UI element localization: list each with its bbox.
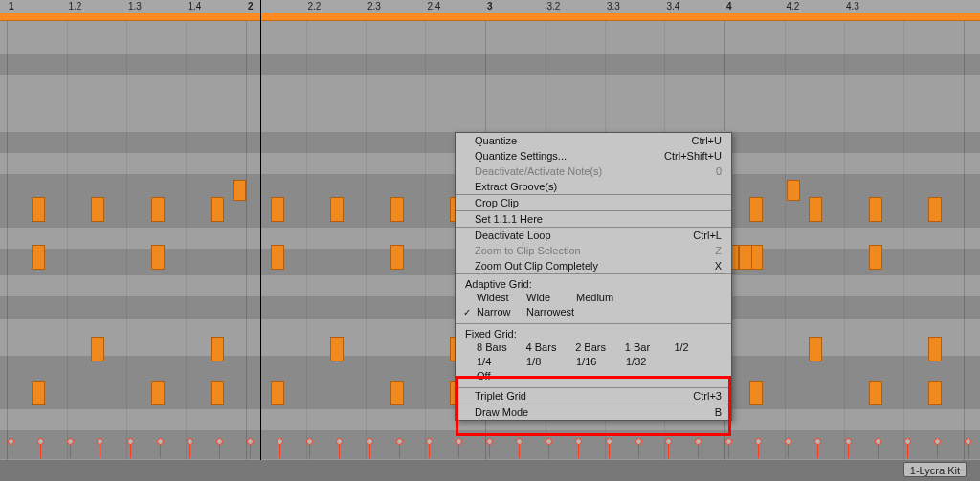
menu-item-label: Quantize Settings... [475, 148, 567, 164]
menu-grid-option[interactable]: 2 Bars [575, 340, 625, 355]
menu-section-header: Fixed Grid: [456, 324, 731, 340]
grid-line [67, 21, 68, 460]
midi-note[interactable] [787, 180, 800, 201]
menu-grid-option[interactable]: 1/8 [526, 355, 576, 369]
timeline-ruler[interactable]: 12341.21.31.42.22.32.43.23.33.44.24.3 [0, 0, 980, 13]
midi-note[interactable] [928, 337, 942, 361]
midi-note[interactable] [91, 197, 104, 222]
menu-grid-option[interactable]: Narrowest [526, 305, 576, 319]
midi-note[interactable] [739, 245, 752, 270]
midi-note[interactable] [151, 197, 165, 222]
ruler-minor: 2.3 [368, 1, 381, 11]
menu-item[interactable]: Crop Clip [456, 195, 731, 210]
playhead[interactable] [260, 0, 261, 460]
ruler-minor: 1.4 [189, 1, 202, 11]
menu-item-label: Set 1.1.1 Here [475, 211, 543, 227]
menu-grid-option[interactable]: 4 Bars [526, 340, 576, 355]
menu-grid-option[interactable]: 8 Bars [477, 340, 526, 355]
midi-note[interactable] [271, 381, 284, 405]
lane[interactable] [0, 75, 980, 132]
ruler-minor: 4.2 [787, 1, 800, 11]
midi-note[interactable] [32, 197, 45, 222]
midi-note[interactable] [151, 381, 165, 405]
lane[interactable] [0, 21, 980, 54]
context-menu: QuantizeCtrl+UQuantize Settings...Ctrl+S… [455, 132, 732, 421]
menu-grid: WidestWideMediumNarrowNarrowest [456, 291, 731, 323]
menu-item[interactable]: Triplet GridCtrl+3 [456, 388, 731, 404]
ruler-major: 4 [726, 1, 732, 11]
menu-item[interactable]: Set 1.1.1 Here [456, 211, 731, 227]
lane[interactable] [0, 54, 980, 75]
menu-item[interactable]: Extract Groove(s) [456, 179, 731, 194]
menu-grid-option[interactable]: Off [477, 369, 526, 383]
device-chip[interactable]: 1-Lycra Kit [903, 462, 967, 477]
midi-note[interactable] [869, 197, 882, 222]
midi-note[interactable] [869, 381, 882, 405]
menu-item[interactable]: QuantizeCtrl+U [456, 133, 731, 148]
midi-note[interactable] [809, 337, 822, 361]
midi-note[interactable] [91, 337, 104, 361]
ruler-major: 2 [248, 1, 254, 11]
midi-note[interactable] [330, 337, 344, 361]
midi-note[interactable] [233, 180, 246, 201]
menu-item-shortcut: Ctrl+3 [693, 388, 722, 404]
marker-row [0, 439, 980, 458]
menu-item[interactable]: Draw ModeB [456, 404, 731, 420]
menu-item: Deactivate/Activate Note(s)0 [456, 164, 731, 179]
menu-item-label: Draw Mode [475, 404, 528, 420]
grid-line [844, 21, 845, 460]
menu-item-label: Zoom to Clip Selection [475, 243, 581, 258]
midi-note[interactable] [32, 245, 45, 270]
menu-item[interactable]: Zoom Out Clip CompletelyX [456, 258, 731, 273]
menu-grid-option[interactable]: Narrow [477, 305, 526, 319]
midi-note[interactable] [749, 197, 763, 222]
midi-note[interactable] [809, 197, 822, 222]
midi-note[interactable] [390, 245, 404, 270]
midi-note[interactable] [271, 197, 284, 222]
grid-line [903, 21, 904, 460]
grid-line [964, 21, 965, 460]
midi-note[interactable] [928, 381, 942, 405]
menu-item[interactable]: Deactivate LoopCtrl+L [456, 228, 731, 243]
menu-item[interactable]: Quantize Settings...Ctrl+Shift+U [456, 148, 731, 164]
grid-line [186, 21, 187, 460]
menu-item-label: Deactivate Loop [475, 228, 551, 243]
menu-grid-option[interactable]: 1/16 [576, 355, 626, 369]
ruler-minor: 3.2 [547, 1, 561, 11]
midi-note[interactable] [271, 245, 284, 270]
menu-grid-option[interactable]: 1 Bar [625, 340, 675, 355]
midi-note[interactable] [32, 381, 45, 405]
midi-note[interactable] [869, 245, 882, 270]
menu-grid-option[interactable]: Medium [576, 291, 626, 305]
menu-item-shortcut: Z [715, 243, 722, 258]
midi-note[interactable] [928, 197, 942, 222]
menu-item: Zoom to Clip SelectionZ [456, 243, 731, 258]
menu-item-label: Zoom Out Clip Completely [475, 258, 598, 273]
grid-line [366, 21, 367, 460]
ruler-major: 3 [487, 1, 493, 11]
ruler-minor: 3.4 [667, 1, 680, 11]
menu-grid-option[interactable]: 1/32 [626, 355, 676, 369]
menu-grid-option[interactable]: 1/2 [674, 340, 724, 355]
menu-item-label: Extract Groove(s) [475, 179, 557, 194]
midi-note[interactable] [211, 197, 224, 222]
menu-section-header: Adaptive Grid: [456, 274, 731, 291]
menu-grid-option[interactable]: Wide [526, 291, 576, 305]
ruler-minor: 2.4 [428, 1, 441, 11]
midi-note[interactable] [211, 381, 224, 405]
menu-item-label: Deactivate/Activate Note(s) [475, 164, 602, 179]
midi-note[interactable] [390, 197, 404, 222]
midi-note[interactable] [330, 197, 344, 222]
menu-item-label: Quantize [475, 133, 517, 148]
ruler-minor: 2.2 [308, 1, 322, 11]
midi-note[interactable] [151, 245, 165, 270]
menu-item-shortcut: 0 [716, 164, 722, 179]
menu-grid-option[interactable]: Widest [477, 291, 526, 305]
menu-grid-option[interactable]: 1/4 [477, 355, 526, 369]
midi-note[interactable] [749, 381, 763, 405]
loop-brace[interactable] [0, 13, 980, 21]
midi-note[interactable] [390, 381, 404, 405]
menu-item-shortcut: Ctrl+Shift+U [664, 148, 722, 164]
midi-note[interactable] [211, 337, 224, 361]
grid-line [7, 21, 8, 460]
